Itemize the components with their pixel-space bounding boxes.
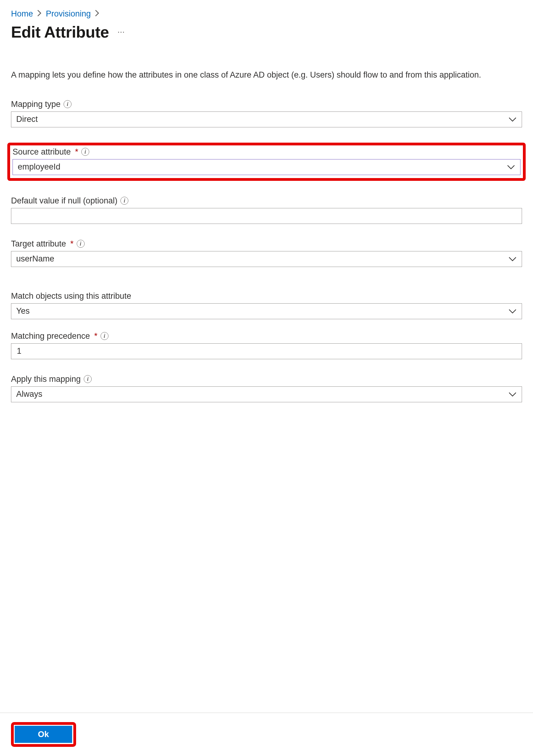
chevron-down-icon	[507, 164, 515, 170]
ok-button-highlight: Ok	[11, 722, 76, 747]
mapping-type-select[interactable]: Direct	[11, 112, 522, 127]
target-attribute-label: Target attribute	[11, 239, 66, 249]
ok-button[interactable]: Ok	[15, 726, 72, 743]
info-icon[interactable]: i	[121, 197, 128, 205]
chevron-right-icon	[95, 10, 99, 18]
matching-precedence-input-wrapper	[11, 343, 522, 359]
info-icon[interactable]: i	[100, 332, 108, 340]
info-icon[interactable]: i	[81, 148, 89, 156]
page-description: A mapping lets you define how the attrib…	[11, 69, 522, 81]
chevron-down-icon	[508, 392, 517, 397]
match-objects-label: Match objects using this attribute	[11, 291, 131, 301]
default-value-input-wrapper	[11, 208, 522, 224]
default-value-label: Default value if null (optional)	[11, 196, 117, 205]
chevron-down-icon	[508, 117, 517, 122]
matching-precedence-label: Matching precedence	[11, 332, 90, 341]
target-attribute-select[interactable]: userName	[11, 251, 522, 267]
more-actions-button[interactable]: ⋯	[117, 28, 125, 36]
required-indicator: *	[70, 239, 74, 249]
required-indicator: *	[75, 147, 78, 157]
match-objects-select[interactable]: Yes	[11, 303, 522, 319]
source-attribute-highlight: Source attribute * i employeeId	[7, 143, 526, 181]
required-indicator: *	[94, 332, 98, 341]
apply-mapping-select[interactable]: Always	[11, 387, 522, 402]
target-attribute-value: userName	[16, 254, 54, 264]
chevron-down-icon	[508, 256, 517, 262]
source-attribute-value: employeeId	[18, 162, 61, 172]
info-icon[interactable]: i	[84, 375, 92, 383]
footer: Ok	[0, 713, 533, 756]
matching-precedence-input[interactable]	[16, 346, 517, 356]
apply-mapping-label: Apply this mapping	[11, 374, 81, 384]
source-attribute-label: Source attribute	[13, 147, 71, 157]
info-icon[interactable]: i	[64, 100, 71, 108]
breadcrumb-home[interactable]: Home	[11, 9, 33, 19]
source-attribute-select[interactable]: employeeId	[13, 159, 520, 175]
default-value-input[interactable]	[16, 211, 517, 221]
match-objects-value: Yes	[16, 306, 30, 316]
breadcrumb: Home Provisioning	[11, 9, 522, 19]
mapping-type-label: Mapping type	[11, 99, 61, 109]
apply-mapping-value: Always	[16, 390, 42, 399]
info-icon[interactable]: i	[77, 240, 85, 248]
chevron-right-icon	[37, 10, 42, 18]
mapping-type-value: Direct	[16, 115, 38, 124]
breadcrumb-provisioning[interactable]: Provisioning	[46, 9, 91, 19]
chevron-down-icon	[508, 309, 517, 314]
page-title: Edit Attribute	[11, 23, 109, 41]
